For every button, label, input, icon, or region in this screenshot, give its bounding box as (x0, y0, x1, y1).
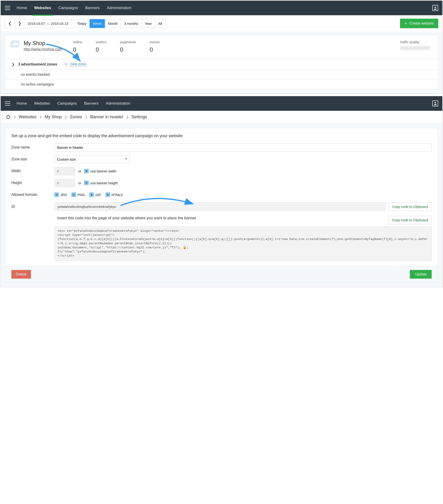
zone-id-field: pxfatahndkcolmqbuefzramvkekrwfykyo (54, 202, 386, 211)
stat-pageviews-value: 0 (120, 46, 136, 53)
stat-events-label: events (150, 40, 160, 44)
settings-panel: Home Websites Campaigns Banners Administ… (0, 96, 443, 287)
nav-administration[interactable]: Administration (106, 97, 130, 110)
campaigns-row: no active campaigns (5, 79, 438, 89)
nav-websites[interactable]: Websites (34, 1, 51, 15)
nav-websites[interactable]: Websites (34, 97, 50, 110)
nav-banners[interactable]: Banners (85, 1, 100, 15)
svg-rect-2 (12, 41, 19, 46)
website-card: My Shop http://www.myshop.com online0 vi… (5, 35, 438, 89)
stat-online-value: 0 (73, 46, 82, 53)
settings-heading: Set up a zone and get the embed code to … (11, 133, 432, 138)
range-all[interactable]: All (155, 19, 166, 28)
update-button[interactable]: Update (410, 270, 432, 279)
use-banner-width-checkbox[interactable]: use banner width (84, 169, 116, 173)
new-zone-link[interactable]: new zone (70, 62, 86, 66)
format-gif-checkbox[interactable]: GIF (89, 193, 101, 197)
breadcrumb: ❯ Websites ❯ My Shop ❯ Zones ❯ Banner in… (1, 111, 442, 123)
home-icon[interactable] (6, 114, 11, 119)
chevron-right-icon: ❯ (126, 115, 129, 119)
nav-links-2: Home Websites Campaigns Banners Administ… (17, 97, 130, 110)
chevron-right-icon: ❯ (65, 115, 67, 119)
use-banner-width-label: use banner width (90, 169, 116, 173)
embed-code-block: <div id="pxfatahndkcolmqbuefzramvkekrwfy… (54, 227, 432, 261)
zone-settings-form: Set up a zone and get the embed code to … (5, 128, 438, 266)
format-html5-checkbox[interactable]: HTML5 (106, 193, 123, 197)
traffic-quality-label: traffic quality (400, 40, 432, 44)
crumb-websites[interactable]: Websites (19, 114, 37, 119)
stat-visitors-label: visitors (96, 40, 106, 44)
or-text: or (78, 169, 81, 173)
nav-banners[interactable]: Banners (84, 97, 98, 110)
use-banner-height-label: use banner height (90, 181, 118, 185)
website-icon (10, 40, 19, 48)
site-name: My Shop (24, 40, 62, 46)
delete-button[interactable]: Delete (11, 270, 31, 279)
range-today[interactable]: Today (74, 19, 90, 28)
chevron-right-icon: ❯ (85, 115, 87, 119)
crumb-site[interactable]: My Shop (45, 114, 62, 119)
height-label: Height (11, 181, 54, 185)
create-website-button[interactable]: + Create website (400, 19, 438, 28)
chevron-right-icon: ❯ (13, 115, 16, 119)
svg-point-0 (435, 7, 436, 8)
width-input[interactable] (54, 167, 75, 175)
traffic-quality-bar (400, 46, 430, 50)
chevron-right-icon: ❯ (12, 63, 15, 66)
zone-size-label: Zone size (11, 157, 54, 161)
width-label: Width (11, 169, 54, 173)
form-footer: Delete Update (5, 266, 438, 283)
crumb-zones[interactable]: Zones (70, 114, 82, 119)
date-to: 2019.03.13 (51, 22, 68, 25)
prev-range-button[interactable]: ❮ (5, 18, 15, 28)
id-label: ID (11, 205, 54, 209)
crumb-zone[interactable]: Banner in header (90, 114, 123, 119)
top-nav: Home Websites Campaigns Banners Administ… (1, 1, 442, 15)
use-banner-height-checkbox[interactable]: use banner height (84, 181, 118, 185)
top-nav-2: Home Websites Campaigns Banners Administ… (1, 96, 442, 111)
formats-label: Allowed formats (11, 193, 54, 197)
range-week[interactable]: Week (89, 19, 105, 28)
site-url-link[interactable]: http://www.myshop.com (24, 47, 62, 51)
nav-administration[interactable]: Administration (107, 1, 131, 15)
stat-events-value: 0 (150, 46, 160, 53)
format-png-checkbox[interactable]: PNG (72, 193, 85, 197)
user-avatar-icon[interactable] (432, 5, 438, 11)
create-website-label: Create website (409, 21, 434, 25)
date-from: 2019.03.07 (28, 22, 45, 25)
top-panel: Home Websites Campaigns Banners Administ… (0, 0, 443, 94)
format-jpg-checkbox[interactable]: JPG (54, 193, 67, 197)
range-year[interactable]: Year (141, 19, 155, 28)
nav-campaigns[interactable]: Campaigns (58, 1, 78, 15)
zone-name-label: Zone name (11, 145, 54, 149)
ad-zones-row[interactable]: ❯ 3 advertisement zones + new zone (5, 59, 438, 70)
range-3months[interactable]: 3 months (121, 19, 142, 28)
stat-visitors-value: 0 (96, 46, 106, 53)
zone-name-input[interactable] (54, 144, 432, 151)
date-range[interactable]: 2019.03.07 — 2019.03.13 (24, 19, 72, 28)
copy-embed-button[interactable]: Copy code to Clipboard (388, 216, 432, 224)
svg-point-4 (435, 102, 436, 104)
or-text: or (78, 181, 81, 185)
nav-links: Home Websites Campaigns Banners Administ… (17, 1, 131, 15)
chevron-right-icon: ❯ (39, 115, 42, 119)
nav-home[interactable]: Home (17, 97, 27, 110)
ad-zones-label: 3 advertisement zones (18, 62, 57, 66)
next-range-button[interactable]: ❯ (15, 18, 25, 28)
nav-home[interactable]: Home (17, 1, 27, 15)
user-avatar-icon[interactable] (432, 101, 438, 107)
crumb-settings: Settings (131, 114, 147, 119)
nav-campaigns[interactable]: Campaigns (57, 97, 77, 110)
menu-icon[interactable] (5, 6, 10, 10)
copy-id-button[interactable]: Copy code to Clipboard (388, 202, 432, 211)
insert-code-text: Insert this code into the page of your w… (57, 216, 386, 220)
events-row: no events tracked (5, 70, 438, 79)
stat-online-label: online (73, 40, 82, 44)
height-input[interactable] (54, 179, 75, 187)
range-month[interactable]: Month (105, 19, 121, 28)
zone-size-select[interactable]: Custom size (54, 155, 130, 163)
date-toolbar: ❮ ❯ 2019.03.07 — 2019.03.13 Today Week M… (5, 18, 438, 32)
plus-icon: + (405, 21, 407, 26)
menu-icon[interactable] (5, 101, 10, 106)
add-zone-plus-icon[interactable]: + (65, 62, 67, 67)
